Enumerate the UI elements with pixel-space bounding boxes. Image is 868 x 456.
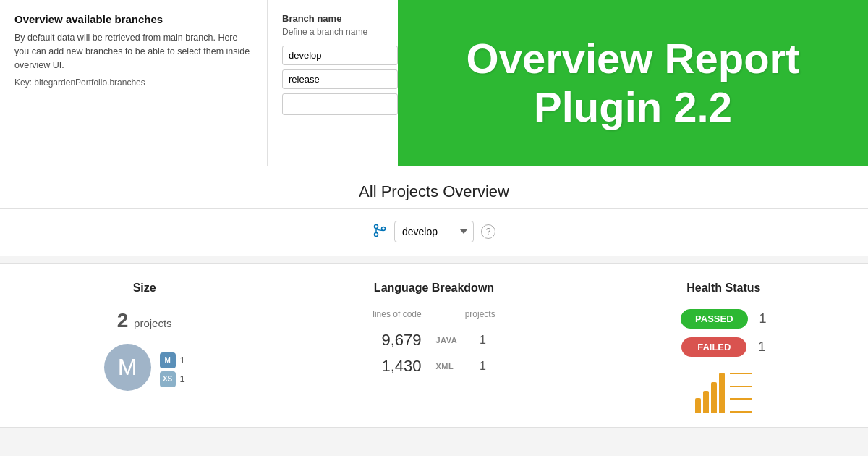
gauge-bar-1: [695, 398, 701, 413]
branch-selector-row: develop release main ?: [0, 209, 868, 256]
branch-input-3[interactable]: [282, 93, 398, 115]
size-badge-m: M 1: [160, 352, 185, 368]
lang-java-name: JAVA: [435, 336, 461, 345]
size-column-title: Size: [133, 282, 156, 295]
lang-xml-count: 1: [475, 360, 490, 373]
lang-xml-lines: 1,430: [378, 357, 421, 376]
branch-select[interactable]: develop release main: [394, 221, 474, 242]
overview-report-banner: Overview Report Plugin 2.2: [398, 0, 868, 166]
health-passed-count: 1: [760, 311, 767, 326]
branch-config-section: Branch name Define a branch name: [268, 0, 413, 166]
svg-point-0: [375, 224, 378, 228]
left-info-section: Overview available branches By default d…: [0, 0, 268, 166]
overview-branches-desc: By default data will be retrieved from m…: [14, 31, 252, 72]
svg-point-1: [375, 232, 378, 236]
banner-title: Overview Report Plugin 2.2: [467, 35, 800, 131]
size-badge-xs: XS 1: [160, 371, 185, 387]
branch-key: Key: bitegardenPortfolio.branches: [14, 77, 252, 88]
lang-xml-name: XML: [435, 362, 461, 371]
branch-icon: [373, 223, 387, 241]
lang-header-lines: lines of code: [373, 309, 421, 319]
badge-xs-label: XS: [160, 371, 176, 387]
help-icon[interactable]: ?: [481, 224, 495, 239]
health-passed-row: PASSED 1: [681, 309, 767, 329]
projects-count: 2 projects: [117, 309, 172, 332]
section-title: All Projects Overview: [0, 166, 868, 209]
lang-java-count: 1: [475, 334, 490, 347]
health-column-title: Health Status: [686, 282, 760, 295]
lang-row-xml: 1,430 XML 1: [304, 357, 563, 376]
health-passed-button[interactable]: PASSED: [681, 309, 748, 329]
branch-input-1[interactable]: [282, 46, 398, 65]
gauge-bar-4: [719, 373, 725, 413]
badge-m-count: 1: [180, 355, 185, 366]
health-column: Health Status PASSED 1 FAILED 1: [579, 264, 868, 427]
size-column: Size 2 projects M M 1 XS 1: [0, 264, 289, 427]
gauge-chart: [695, 373, 752, 413]
branch-name-label: Branch name: [282, 13, 398, 24]
language-headers: lines of code projects: [373, 309, 495, 319]
health-failed-row: FAILED 1: [681, 337, 765, 357]
badge-m-label: M: [160, 352, 176, 368]
branch-input-2[interactable]: [282, 69, 398, 89]
overview-branches-title: Overview available branches: [14, 13, 252, 25]
gauge-lines: [730, 373, 752, 413]
lang-java-lines: 9,679: [378, 331, 421, 350]
stats-row: Size 2 projects M M 1 XS 1: [0, 263, 868, 428]
main-content: All Projects Overview develop release ma…: [0, 166, 868, 428]
avatar: M: [104, 344, 151, 391]
health-failed-button[interactable]: FAILED: [681, 337, 746, 357]
badge-xs-count: 1: [180, 373, 185, 384]
health-failed-count: 1: [758, 339, 765, 355]
size-badges: M 1 XS 1: [160, 352, 185, 387]
lang-header-projects: projects: [465, 309, 495, 319]
language-column-title: Language Breakdown: [374, 282, 494, 295]
avatar-row: M M 1 XS 1: [104, 344, 185, 395]
lang-row-java: 9,679 JAVA 1: [304, 331, 563, 350]
branch-name-sublabel: Define a branch name: [282, 27, 398, 37]
gauge-bar-2: [703, 391, 709, 413]
gauge-bar-3: [711, 382, 717, 413]
language-column: Language Breakdown lines of code project…: [289, 264, 579, 427]
